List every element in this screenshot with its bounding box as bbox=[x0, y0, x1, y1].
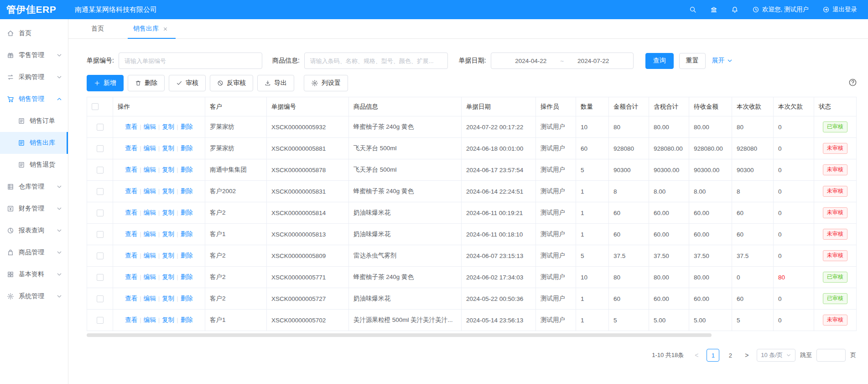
row-action-view[interactable]: 查看 bbox=[125, 145, 137, 152]
sidebar-item-report[interactable]: 报表查询 bbox=[0, 220, 68, 242]
row-action-delete[interactable]: 删除 bbox=[181, 274, 193, 280]
row-action-delete[interactable]: 删除 bbox=[181, 188, 193, 195]
sidebar-item-sales-order[interactable]: 销售订单 bbox=[0, 110, 68, 132]
column-setting-button[interactable]: 列设置 bbox=[304, 75, 348, 91]
order-no-input[interactable] bbox=[119, 53, 262, 69]
reset-button[interactable]: 重置 bbox=[679, 53, 706, 69]
next-page-button[interactable]: > bbox=[741, 352, 752, 359]
jump-page-input[interactable] bbox=[816, 349, 846, 362]
row-action-copy[interactable]: 复制 bbox=[162, 209, 174, 216]
row-action-edit[interactable]: 编辑 bbox=[144, 209, 156, 216]
row-action-edit[interactable]: 编辑 bbox=[144, 166, 156, 173]
select-all-checkbox[interactable] bbox=[92, 103, 99, 110]
sidebar-item-basic-data[interactable]: 基本资料 bbox=[0, 263, 68, 285]
row-action-copy[interactable]: 复制 bbox=[162, 166, 174, 173]
row-action-copy[interactable]: 复制 bbox=[162, 252, 174, 259]
status-badge: 未审核 bbox=[823, 207, 847, 218]
prev-page-button[interactable]: < bbox=[691, 352, 702, 359]
row-checkbox[interactable] bbox=[97, 231, 104, 238]
document-icon bbox=[18, 117, 25, 125]
row-checkbox[interactable] bbox=[97, 188, 104, 195]
cell-status: 未审核 bbox=[814, 159, 857, 181]
row-action-edit[interactable]: 编辑 bbox=[144, 123, 156, 130]
logout-button[interactable]: 退出登录 bbox=[822, 5, 857, 14]
bank-icon[interactable] bbox=[710, 6, 717, 13]
page-button-2[interactable]: 2 bbox=[724, 349, 737, 362]
row-action-view[interactable]: 查看 bbox=[125, 123, 137, 130]
page-size-select[interactable]: 10 条/页 bbox=[757, 349, 795, 362]
row-action-view[interactable]: 查看 bbox=[125, 209, 137, 216]
sidebar-item-warehouse[interactable]: 仓库管理 bbox=[0, 176, 68, 198]
row-action-view[interactable]: 查看 bbox=[125, 231, 137, 237]
row-action-view[interactable]: 查看 bbox=[125, 316, 137, 323]
chevron-down-icon bbox=[56, 227, 62, 234]
row-checkbox[interactable] bbox=[97, 252, 104, 259]
row-action-copy[interactable]: 复制 bbox=[162, 231, 174, 237]
sidebar-item-purchase[interactable]: 采购管理 bbox=[0, 66, 68, 88]
row-checkbox[interactable] bbox=[97, 124, 104, 131]
row-action-copy[interactable]: 复制 bbox=[162, 188, 174, 195]
cell-order_no: XSCK00000005702 bbox=[267, 310, 349, 331]
date-range-input[interactable]: 2024-04-22 ~ 2024-07-22 bbox=[491, 53, 634, 69]
row-action-view[interactable]: 查看 bbox=[125, 274, 137, 280]
export-button[interactable]: 导出 bbox=[257, 75, 294, 91]
page-button-1[interactable]: 1 bbox=[707, 349, 719, 362]
row-action-copy[interactable]: 复制 bbox=[162, 145, 174, 152]
row-action-delete[interactable]: 删除 bbox=[181, 252, 193, 259]
row-checkbox[interactable] bbox=[97, 167, 104, 174]
help-icon[interactable] bbox=[848, 78, 857, 87]
row-action-edit[interactable]: 编辑 bbox=[144, 252, 156, 259]
cell-product: 美汁源果粒橙 500ml 美汁美汁美汁... bbox=[349, 310, 462, 331]
sidebar-item-system[interactable]: 系统管理 bbox=[0, 285, 68, 307]
row-action-delete[interactable]: 删除 bbox=[181, 145, 193, 152]
search-icon[interactable] bbox=[689, 6, 696, 13]
row-action-view[interactable]: 查看 bbox=[125, 252, 137, 259]
sidebar-item-sales[interactable]: 销售管理 bbox=[0, 88, 68, 110]
company-name: 南通某某网络科技有限公司 bbox=[75, 5, 157, 14]
expand-toggle[interactable]: 展开 bbox=[712, 57, 733, 65]
row-action-delete[interactable]: 删除 bbox=[181, 316, 193, 323]
row-action-edit[interactable]: 编辑 bbox=[144, 316, 156, 323]
scrollbar-thumb[interactable] bbox=[87, 333, 712, 337]
row-checkbox[interactable] bbox=[97, 317, 104, 324]
sidebar-item-goods[interactable]: 商品管理 bbox=[0, 242, 68, 263]
row-action-delete[interactable]: 删除 bbox=[181, 209, 193, 216]
row-action-copy[interactable]: 复制 bbox=[162, 295, 174, 302]
row-action-delete[interactable]: 删除 bbox=[181, 295, 193, 302]
tab-home[interactable]: 首页 bbox=[88, 19, 107, 38]
sidebar-item-home[interactable]: 首页 bbox=[0, 22, 68, 44]
unapprove-button[interactable]: 反审核 bbox=[210, 75, 253, 91]
approve-button[interactable]: 审核 bbox=[169, 75, 206, 91]
bell-icon[interactable] bbox=[731, 6, 738, 13]
sidebar-item-finance[interactable]: 财务管理 bbox=[0, 198, 68, 220]
cell-customer: 客户2 bbox=[205, 202, 267, 224]
sidebar-item-sales-outbound[interactable]: 销售出库 bbox=[0, 132, 68, 154]
row-checkbox[interactable] bbox=[97, 145, 104, 152]
row-action-copy[interactable]: 复制 bbox=[162, 123, 174, 130]
row-action-copy[interactable]: 复制 bbox=[162, 274, 174, 280]
row-action-edit[interactable]: 编辑 bbox=[144, 188, 156, 195]
row-action-delete[interactable]: 删除 bbox=[181, 166, 193, 173]
row-action-delete[interactable]: 删除 bbox=[181, 231, 193, 237]
welcome-user[interactable]: 欢迎您, 测试用户 bbox=[752, 5, 809, 14]
add-button[interactable]: 新增 bbox=[87, 75, 124, 91]
row-action-edit[interactable]: 编辑 bbox=[144, 295, 156, 302]
row-action-delete[interactable]: 删除 bbox=[181, 123, 193, 130]
row-action-copy[interactable]: 复制 bbox=[162, 316, 174, 323]
row-action-edit[interactable]: 编辑 bbox=[144, 145, 156, 152]
row-checkbox[interactable] bbox=[97, 210, 104, 216]
row-action-view[interactable]: 查看 bbox=[125, 295, 137, 302]
search-button[interactable]: 查询 bbox=[645, 53, 674, 69]
delete-button[interactable]: 删除 bbox=[128, 75, 165, 91]
tab-sales-outbound[interactable]: 销售出库 bbox=[130, 19, 171, 38]
row-action-edit[interactable]: 编辑 bbox=[144, 274, 156, 280]
product-info-input[interactable] bbox=[304, 53, 448, 69]
sidebar-item-retail[interactable]: 零售管理 bbox=[0, 44, 68, 66]
row-action-edit[interactable]: 编辑 bbox=[144, 231, 156, 237]
row-checkbox[interactable] bbox=[97, 295, 104, 302]
row-checkbox[interactable] bbox=[97, 274, 104, 281]
close-icon[interactable] bbox=[162, 26, 168, 32]
row-action-view[interactable]: 查看 bbox=[125, 188, 137, 195]
sidebar-item-sales-return[interactable]: 销售退货 bbox=[0, 154, 68, 176]
row-action-view[interactable]: 查看 bbox=[125, 166, 137, 173]
